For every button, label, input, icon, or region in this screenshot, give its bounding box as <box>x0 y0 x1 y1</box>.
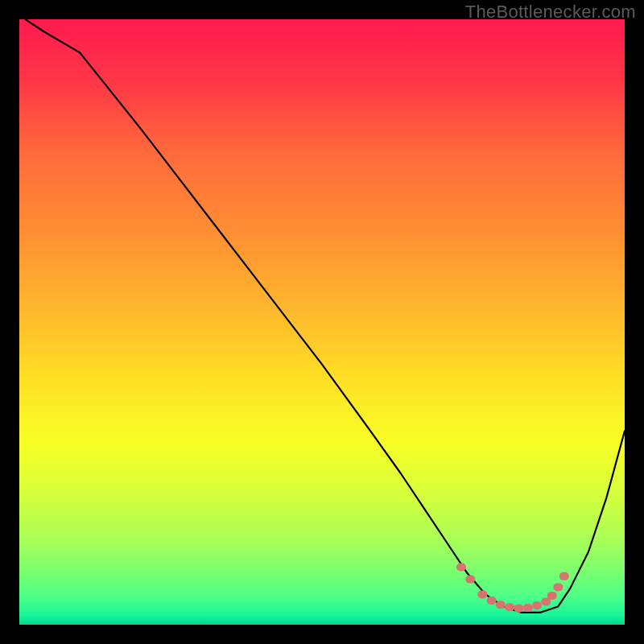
highlight-marker <box>496 601 506 609</box>
highlight-marker <box>514 605 523 613</box>
chart-svg <box>19 19 625 625</box>
highlight-marker <box>559 572 569 580</box>
chart-plot-area <box>19 19 625 625</box>
highlight-marker <box>553 583 563 591</box>
highlight-marker <box>547 592 557 600</box>
highlight-marker <box>456 564 466 572</box>
highlight-marker <box>523 604 533 612</box>
highlight-marker <box>487 597 497 605</box>
highlight-marker <box>465 576 475 584</box>
highlight-marker <box>505 603 514 611</box>
highlight-marker <box>477 590 487 598</box>
gradient-bg <box>19 19 625 625</box>
highlight-marker <box>532 601 542 609</box>
